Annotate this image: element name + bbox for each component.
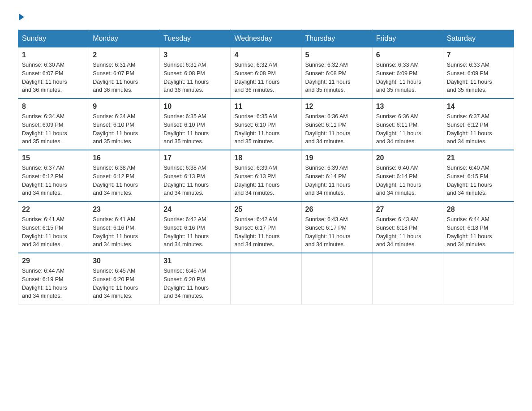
day-info: Sunrise: 6:31 AM Sunset: 6:08 PM Dayligh… xyxy=(163,61,227,94)
day-number: 17 xyxy=(163,154,227,162)
calendar-day-cell: 26 Sunrise: 6:43 AM Sunset: 6:17 PM Dayl… xyxy=(301,201,372,253)
calendar-day-cell: 9 Sunrise: 6:34 AM Sunset: 6:10 PM Dayli… xyxy=(89,98,160,150)
calendar-day-cell: 14 Sunrise: 6:37 AM Sunset: 6:12 PM Dayl… xyxy=(443,98,514,150)
day-info: Sunrise: 6:42 AM Sunset: 6:17 PM Dayligh… xyxy=(234,215,297,249)
day-of-week-header: Sunday xyxy=(18,30,89,47)
calendar-day-cell: 1 Sunrise: 6:30 AM Sunset: 6:07 PM Dayli… xyxy=(18,47,89,99)
calendar-table: SundayMondayTuesdayWednesdayThursdayFrid… xyxy=(18,30,514,304)
day-of-week-header: Tuesday xyxy=(160,30,231,47)
day-number: 8 xyxy=(22,103,85,111)
day-number: 19 xyxy=(305,154,369,162)
day-info: Sunrise: 6:42 AM Sunset: 6:16 PM Dayligh… xyxy=(163,215,227,249)
day-info: Sunrise: 6:33 AM Sunset: 6:09 PM Dayligh… xyxy=(447,61,510,94)
day-info: Sunrise: 6:34 AM Sunset: 6:10 PM Dayligh… xyxy=(93,112,156,146)
calendar-day-cell: 23 Sunrise: 6:41 AM Sunset: 6:16 PM Dayl… xyxy=(89,201,160,253)
calendar-day-cell: 6 Sunrise: 6:33 AM Sunset: 6:09 PM Dayli… xyxy=(372,47,443,99)
calendar-day-cell: 22 Sunrise: 6:41 AM Sunset: 6:15 PM Dayl… xyxy=(18,201,89,253)
calendar-day-cell: 15 Sunrise: 6:37 AM Sunset: 6:12 PM Dayl… xyxy=(18,150,89,201)
day-number: 3 xyxy=(163,51,227,59)
calendar-day-cell: 30 Sunrise: 6:45 AM Sunset: 6:20 PM Dayl… xyxy=(89,253,160,304)
day-number: 23 xyxy=(93,206,156,214)
calendar-day-cell: 17 Sunrise: 6:38 AM Sunset: 6:13 PM Dayl… xyxy=(160,150,231,201)
calendar-day-cell: 7 Sunrise: 6:33 AM Sunset: 6:09 PM Dayli… xyxy=(443,47,514,99)
logo-text xyxy=(18,13,25,21)
calendar-day-cell: 20 Sunrise: 6:40 AM Sunset: 6:14 PM Dayl… xyxy=(372,150,443,201)
day-info: Sunrise: 6:44 AM Sunset: 6:19 PM Dayligh… xyxy=(22,267,85,300)
day-number: 24 xyxy=(163,206,227,214)
day-info: Sunrise: 6:35 AM Sunset: 6:10 PM Dayligh… xyxy=(234,112,297,146)
calendar-day-cell: 12 Sunrise: 6:36 AM Sunset: 6:11 PM Dayl… xyxy=(301,98,372,150)
calendar-week-row: 8 Sunrise: 6:34 AM Sunset: 6:09 PM Dayli… xyxy=(18,98,514,150)
day-number: 11 xyxy=(234,103,297,111)
calendar-day-cell: 18 Sunrise: 6:39 AM Sunset: 6:13 PM Dayl… xyxy=(231,150,301,201)
calendar-day-cell: 5 Sunrise: 6:32 AM Sunset: 6:08 PM Dayli… xyxy=(301,47,372,99)
day-number: 21 xyxy=(447,154,510,162)
day-info: Sunrise: 6:37 AM Sunset: 6:12 PM Dayligh… xyxy=(22,164,85,197)
day-info: Sunrise: 6:36 AM Sunset: 6:11 PM Dayligh… xyxy=(376,112,439,146)
day-number: 10 xyxy=(163,103,227,111)
day-number: 2 xyxy=(93,51,156,59)
calendar-week-row: 22 Sunrise: 6:41 AM Sunset: 6:15 PM Dayl… xyxy=(18,201,514,253)
day-info: Sunrise: 6:41 AM Sunset: 6:16 PM Dayligh… xyxy=(93,215,156,249)
day-info: Sunrise: 6:35 AM Sunset: 6:10 PM Dayligh… xyxy=(163,112,227,146)
day-number: 15 xyxy=(22,154,85,162)
day-number: 9 xyxy=(93,103,156,111)
calendar-day-cell: 13 Sunrise: 6:36 AM Sunset: 6:11 PM Dayl… xyxy=(372,98,443,150)
calendar-day-cell: 10 Sunrise: 6:35 AM Sunset: 6:10 PM Dayl… xyxy=(160,98,231,150)
day-number: 16 xyxy=(93,154,156,162)
calendar-week-row: 29 Sunrise: 6:44 AM Sunset: 6:19 PM Dayl… xyxy=(18,253,514,304)
day-info: Sunrise: 6:45 AM Sunset: 6:20 PM Dayligh… xyxy=(93,267,156,300)
calendar-day-cell: 8 Sunrise: 6:34 AM Sunset: 6:09 PM Dayli… xyxy=(18,98,89,150)
calendar-week-row: 15 Sunrise: 6:37 AM Sunset: 6:12 PM Dayl… xyxy=(18,150,514,201)
day-number: 4 xyxy=(234,51,297,59)
day-number: 12 xyxy=(305,103,369,111)
day-of-week-header: Saturday xyxy=(443,30,514,47)
calendar-day-cell: 27 Sunrise: 6:43 AM Sunset: 6:18 PM Dayl… xyxy=(372,201,443,253)
day-number: 7 xyxy=(447,51,510,59)
day-of-week-header: Wednesday xyxy=(231,30,301,47)
day-info: Sunrise: 6:31 AM Sunset: 6:07 PM Dayligh… xyxy=(93,61,156,94)
day-info: Sunrise: 6:34 AM Sunset: 6:09 PM Dayligh… xyxy=(22,112,85,146)
calendar-day-cell xyxy=(301,253,372,304)
calendar-day-cell: 31 Sunrise: 6:45 AM Sunset: 6:20 PM Dayl… xyxy=(160,253,231,304)
day-info: Sunrise: 6:38 AM Sunset: 6:13 PM Dayligh… xyxy=(163,164,227,197)
day-info: Sunrise: 6:40 AM Sunset: 6:15 PM Dayligh… xyxy=(447,164,510,197)
day-number: 1 xyxy=(22,51,85,59)
calendar-day-cell: 24 Sunrise: 6:42 AM Sunset: 6:16 PM Dayl… xyxy=(160,201,231,253)
calendar-day-cell: 29 Sunrise: 6:44 AM Sunset: 6:19 PM Dayl… xyxy=(18,253,89,304)
calendar-day-cell: 19 Sunrise: 6:39 AM Sunset: 6:14 PM Dayl… xyxy=(301,150,372,201)
day-number: 27 xyxy=(376,206,439,214)
day-info: Sunrise: 6:40 AM Sunset: 6:14 PM Dayligh… xyxy=(376,164,439,197)
day-of-week-header: Friday xyxy=(372,30,443,47)
calendar-week-row: 1 Sunrise: 6:30 AM Sunset: 6:07 PM Dayli… xyxy=(18,47,514,99)
day-info: Sunrise: 6:39 AM Sunset: 6:13 PM Dayligh… xyxy=(234,164,297,197)
day-info: Sunrise: 6:36 AM Sunset: 6:11 PM Dayligh… xyxy=(305,112,369,146)
calendar-day-cell: 2 Sunrise: 6:31 AM Sunset: 6:07 PM Dayli… xyxy=(89,47,160,99)
calendar-day-cell: 28 Sunrise: 6:44 AM Sunset: 6:18 PM Dayl… xyxy=(443,201,514,253)
logo xyxy=(18,13,25,21)
day-info: Sunrise: 6:43 AM Sunset: 6:17 PM Dayligh… xyxy=(305,215,369,249)
day-info: Sunrise: 6:32 AM Sunset: 6:08 PM Dayligh… xyxy=(305,61,369,94)
day-number: 20 xyxy=(376,154,439,162)
day-number: 22 xyxy=(22,206,85,214)
day-number: 25 xyxy=(234,206,297,214)
calendar-day-cell xyxy=(231,253,301,304)
day-number: 31 xyxy=(163,257,227,265)
calendar-day-cell: 3 Sunrise: 6:31 AM Sunset: 6:08 PM Dayli… xyxy=(160,47,231,99)
day-info: Sunrise: 6:39 AM Sunset: 6:14 PM Dayligh… xyxy=(305,164,369,197)
calendar-day-cell xyxy=(372,253,443,304)
calendar-day-cell: 16 Sunrise: 6:38 AM Sunset: 6:12 PM Dayl… xyxy=(89,150,160,201)
day-info: Sunrise: 6:37 AM Sunset: 6:12 PM Dayligh… xyxy=(447,112,510,146)
day-info: Sunrise: 6:38 AM Sunset: 6:12 PM Dayligh… xyxy=(93,164,156,197)
calendar-day-cell: 21 Sunrise: 6:40 AM Sunset: 6:15 PM Dayl… xyxy=(443,150,514,201)
day-of-week-header: Monday xyxy=(89,30,160,47)
calendar-day-cell xyxy=(443,253,514,304)
day-number: 18 xyxy=(234,154,297,162)
logo-triangle-icon xyxy=(19,13,24,21)
day-number: 13 xyxy=(376,103,439,111)
day-info: Sunrise: 6:33 AM Sunset: 6:09 PM Dayligh… xyxy=(376,61,439,94)
day-info: Sunrise: 6:44 AM Sunset: 6:18 PM Dayligh… xyxy=(447,215,510,249)
day-number: 6 xyxy=(376,51,439,59)
calendar-day-cell: 11 Sunrise: 6:35 AM Sunset: 6:10 PM Dayl… xyxy=(231,98,301,150)
day-number: 30 xyxy=(93,257,156,265)
